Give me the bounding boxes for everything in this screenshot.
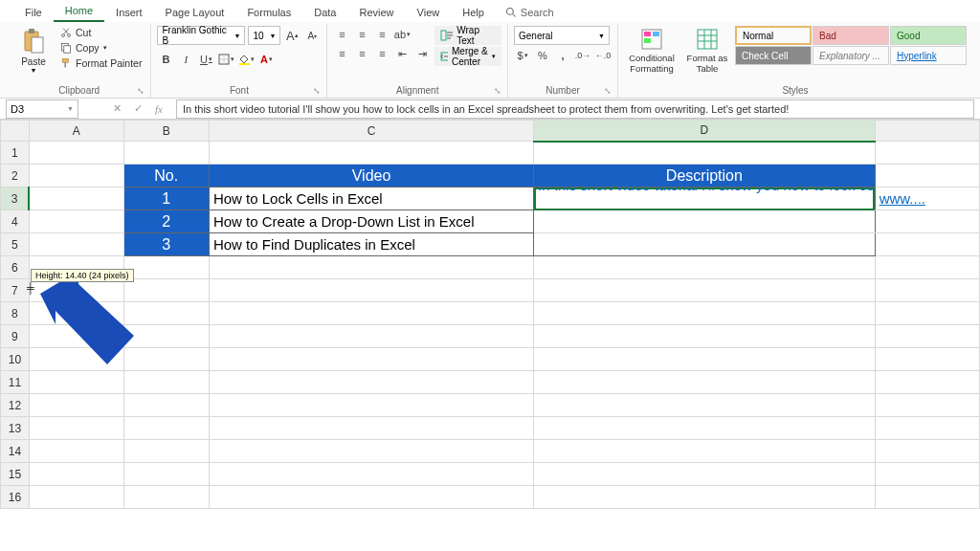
row-header[interactable]: 8 [1, 302, 30, 325]
row-header[interactable]: 15 [1, 463, 30, 486]
cell-styles-gallery[interactable]: Normal Bad Good Check Cell Explanatory .… [735, 26, 967, 65]
style-good[interactable]: Good [890, 26, 967, 45]
row-header[interactable]: 1 [1, 142, 30, 165]
underline-button[interactable]: U▾ [197, 51, 214, 68]
col-header-b[interactable]: B [123, 121, 209, 142]
tab-insert[interactable]: Insert [104, 3, 154, 22]
row-header[interactable]: 13 [1, 417, 30, 440]
style-check-cell[interactable]: Check Cell [735, 46, 812, 65]
row-header[interactable]: 11 [1, 371, 30, 394]
comma-button[interactable]: , [554, 47, 571, 64]
table-cell[interactable]: 3 [123, 233, 209, 256]
table-cell[interactable]: How to Lock Cells in Excel [209, 187, 533, 210]
decrease-font-button[interactable]: A▾ [303, 27, 321, 44]
table-cell[interactable]: 2 [123, 210, 209, 233]
tab-formulas[interactable]: Formulas [235, 3, 302, 22]
format-as-table-button[interactable]: Format as Table [683, 26, 731, 76]
font-color-button[interactable]: A▾ [257, 51, 275, 68]
formula-bar-row: D3▼ ✕ ✓ fx In this short video tutorial … [0, 99, 980, 120]
formula-bar[interactable]: In this short video tutorial I'll show y… [176, 99, 974, 119]
paste-button[interactable]: Paste ▼ [13, 26, 54, 76]
merge-center-button[interactable]: Merge & Center ▾ [434, 47, 501, 66]
align-bottom-button[interactable]: ≡ [373, 26, 390, 43]
col-header-a[interactable]: A [29, 121, 123, 142]
table-cell[interactable] [534, 233, 876, 256]
svg-rect-16 [239, 63, 250, 65]
dialog-launcher-icon[interactable]: ⤡ [313, 86, 321, 96]
tab-help[interactable]: Help [451, 3, 496, 22]
increase-font-button[interactable]: A▴ [283, 27, 301, 44]
cancel-formula-button[interactable]: ✕ [107, 99, 126, 119]
table-header-video[interactable]: Video [209, 165, 533, 187]
font-size-combo[interactable]: 10▼ [248, 26, 280, 45]
chevron-down-icon: ▾ [492, 53, 496, 60]
decrease-decimal-button[interactable]: ←.0 [594, 47, 612, 64]
fill-color-button[interactable]: ▾ [237, 51, 255, 68]
cut-button[interactable]: Cut [57, 26, 145, 39]
percent-button[interactable]: % [534, 47, 551, 64]
style-hyperlink[interactable]: Hyperlink [890, 46, 967, 65]
tell-me-search[interactable]: Search [496, 3, 564, 22]
style-bad[interactable]: Bad [813, 26, 889, 45]
accounting-button[interactable]: $▾ [514, 47, 531, 64]
increase-decimal-button[interactable]: .0→ [574, 47, 591, 64]
borders-button[interactable]: ▾ [217, 51, 234, 68]
tab-home[interactable]: Home [54, 1, 104, 22]
col-header-c[interactable]: C [209, 121, 533, 142]
dialog-launcher-icon[interactable]: ⤡ [494, 86, 501, 96]
dialog-launcher-icon[interactable]: ⤡ [137, 86, 145, 96]
bold-button[interactable]: B [157, 51, 174, 68]
tab-page-layout[interactable]: Page Layout [154, 3, 236, 22]
table-cell[interactable]: 1 [123, 187, 209, 210]
table-cell-link[interactable]: www.... [875, 187, 979, 210]
ribbon: Paste ▼ Cut Copy ▾ Format Painter Clipbo… [0, 22, 980, 99]
row-header[interactable]: 10 [1, 348, 30, 371]
style-normal[interactable]: Normal [735, 26, 812, 45]
conditional-formatting-button[interactable]: Conditional Formatting [624, 26, 679, 76]
row-header[interactable]: 16 [1, 486, 30, 509]
insert-function-button[interactable]: fx [149, 99, 168, 119]
style-explanatory[interactable]: Explanatory ... [813, 46, 889, 65]
row-header[interactable]: 7 [1, 279, 30, 302]
row-header[interactable]: 5 [1, 233, 30, 256]
dialog-launcher-icon[interactable]: ⤡ [604, 86, 612, 96]
number-format-combo[interactable]: General▼ [514, 26, 610, 45]
orientation-button[interactable]: ab▾ [393, 26, 411, 43]
select-all-corner[interactable] [1, 121, 30, 142]
wrap-text-button[interactable]: Wrap Text [434, 26, 501, 45]
col-header-d[interactable]: D [534, 121, 876, 142]
worksheet-grid[interactable]: A B C D 1 2 No. Video Description 3 1 Ho… [0, 120, 980, 509]
row-header[interactable]: 4 [1, 210, 30, 233]
row-header[interactable]: 2 [1, 165, 30, 187]
row-header[interactable]: 14 [1, 440, 30, 463]
table-header-description[interactable]: Description [534, 165, 876, 187]
format-painter-button[interactable]: Format Painter [57, 56, 145, 70]
row-header[interactable]: 3 [1, 187, 30, 210]
copy-button[interactable]: Copy ▾ [57, 41, 145, 55]
table-cell[interactable]: How to Create a Drop-Down List in Excel [209, 210, 533, 233]
tab-review[interactable]: Review [347, 3, 405, 22]
align-right-button[interactable]: ≡ [373, 45, 390, 62]
table-header-no[interactable]: No. [123, 165, 209, 187]
align-center-button[interactable]: ≡ [353, 45, 370, 62]
row-header[interactable]: 6 [1, 256, 30, 279]
active-cell[interactable]: In this short video tutorial I'll show y… [534, 187, 876, 210]
row-header[interactable]: 12 [1, 394, 30, 417]
tab-file[interactable]: File [13, 3, 54, 22]
enter-formula-button[interactable]: ✓ [128, 99, 147, 119]
align-top-button[interactable]: ≡ [333, 26, 350, 43]
table-cell[interactable]: How to Find Duplicates in Excel [209, 233, 533, 256]
row-header[interactable]: 9 [1, 325, 30, 348]
tab-data[interactable]: Data [302, 3, 347, 22]
italic-button[interactable]: I [177, 51, 194, 68]
align-left-button[interactable]: ≡ [333, 45, 350, 62]
font-name-combo[interactable]: Franklin Gothic B▼ [157, 26, 245, 45]
name-box[interactable]: D3▼ [6, 99, 78, 119]
decrease-indent-button[interactable]: ⇤ [393, 45, 411, 62]
tab-view[interactable]: View [406, 3, 452, 22]
table-cell[interactable] [534, 210, 876, 233]
increase-indent-button[interactable]: ⇥ [413, 45, 431, 62]
svg-rect-22 [644, 38, 651, 43]
align-middle-button[interactable]: ≡ [353, 26, 370, 43]
col-header-e[interactable] [875, 121, 979, 142]
